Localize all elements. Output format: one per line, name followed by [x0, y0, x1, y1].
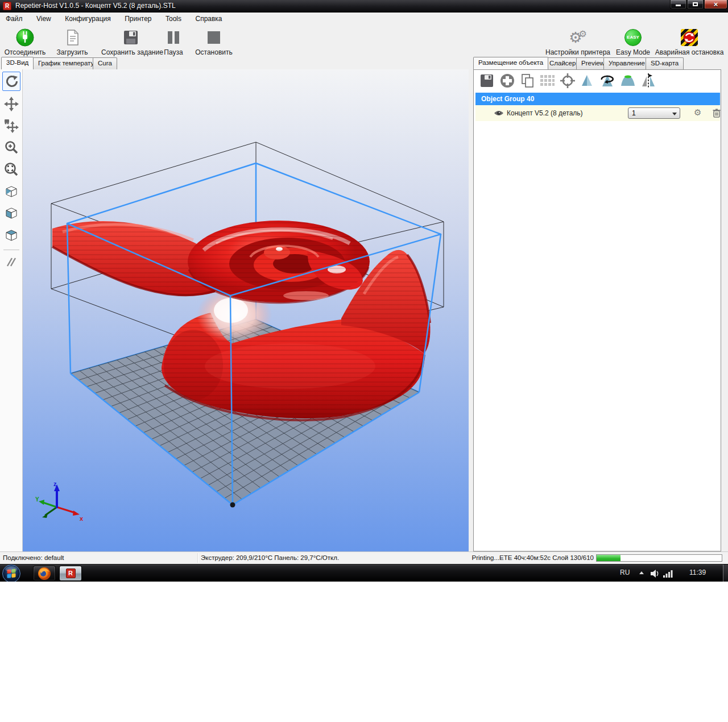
menu-config[interactable]: Конфигурация	[59, 13, 117, 25]
zoom-button[interactable]	[2, 138, 20, 157]
menu-printer[interactable]: Принтер	[119, 13, 157, 25]
add-object-button[interactable]	[499, 72, 516, 89]
main-toolbar: Отсоединить Загрузить	[0, 26, 728, 57]
temperature-status: Экструдер: 209,9/210°C Панель: 29,7°C/От…	[201, 554, 339, 561]
object-group-header[interactable]: Object Group 40	[475, 93, 720, 105]
emergency-stop-icon	[681, 29, 698, 46]
print-progress-fill	[597, 555, 621, 561]
tray-expand-icon[interactable]	[639, 571, 644, 574]
taskbar-firefox-button[interactable]	[33, 566, 56, 581]
save-stl-button[interactable]	[478, 72, 495, 89]
move-viewpoint-icon	[4, 118, 19, 133]
move-object-button[interactable]	[2, 94, 20, 114]
language-indicator[interactable]: RU	[620, 569, 630, 576]
start-button[interactable]	[2, 564, 21, 582]
close-button[interactable]: ×	[704, 0, 727, 9]
save-icon	[479, 73, 494, 88]
tab-cura[interactable]: Cura	[93, 57, 117, 69]
autoposition-icon	[539, 73, 555, 89]
copy-object-button[interactable]	[519, 72, 536, 89]
windows-start-icon	[2, 564, 21, 582]
axis-x-label: x	[80, 515, 84, 522]
document-icon	[54, 27, 90, 48]
toolbar-separator	[3, 250, 19, 250]
rotate-object-icon	[599, 73, 616, 89]
menu-help[interactable]: Справка	[189, 13, 228, 25]
maximize-icon	[693, 2, 698, 6]
save-job-button[interactable]: Сохранить задание	[101, 27, 160, 56]
autoposition-button[interactable]	[539, 72, 556, 89]
visibility-eye-icon[interactable]	[494, 110, 504, 117]
mirror-object-icon	[640, 73, 656, 89]
gear-icon: ⚙⚙	[542, 27, 614, 48]
connection-status: Подключено: default	[3, 554, 64, 561]
easy-mode-icon: EASY	[624, 29, 642, 46]
disconnect-button[interactable]: Отсоединить	[2, 27, 48, 56]
stop-button[interactable]: Остановить	[192, 27, 235, 56]
menu-file[interactable]: Файл	[0, 13, 28, 25]
menu-bar: Файл View Конфигурация Принтер Tools Спр…	[0, 13, 728, 26]
move-object-icon	[4, 97, 19, 111]
delete-trash-icon[interactable]	[713, 109, 721, 118]
status-separator	[197, 553, 198, 563]
taskbar-repetier-button[interactable]: R	[59, 566, 82, 581]
menu-view[interactable]: View	[31, 13, 57, 25]
front-view-button[interactable]	[2, 204, 20, 223]
minimize-icon	[676, 5, 681, 6]
move-viewpoint-button[interactable]	[2, 116, 20, 135]
chevron-down-icon	[672, 113, 677, 115]
print-status: Printing...ETE 40ч:40м:52с Слой 130/610	[472, 554, 594, 561]
mirror-object-button[interactable]	[640, 72, 657, 89]
view-toolbar	[0, 69, 23, 551]
tab-control[interactable]: Управление	[603, 57, 650, 69]
axis-y-label: Y	[35, 496, 39, 503]
center-object-icon	[560, 73, 576, 89]
object-settings-gear-icon[interactable]: ⚙	[694, 107, 701, 118]
firefox-icon	[38, 567, 51, 580]
parallel-projection-icon	[4, 255, 19, 269]
tab-slicer[interactable]: Слайсер	[544, 57, 581, 69]
lay-flat-button[interactable]	[619, 72, 636, 89]
load-button[interactable]: Загрузить	[54, 27, 90, 56]
scale-object-button[interactable]	[578, 72, 595, 89]
repetier-taskbar-icon: R	[66, 569, 76, 578]
clock[interactable]: 11:39	[689, 569, 706, 576]
network-signal-icon[interactable]	[663, 569, 675, 578]
tab-3d-view[interactable]: 3D-Вид	[1, 57, 34, 69]
show-desktop-button[interactable]	[723, 565, 728, 582]
parallel-projection-button[interactable]	[2, 252, 20, 272]
copy-object-icon	[520, 73, 535, 88]
origin-marker	[230, 503, 235, 508]
pause-button[interactable]: Пауза	[162, 27, 185, 56]
object-row[interactable]: Концепт V5.2 (8 деталь) 1 ⚙	[475, 105, 720, 121]
floppy-icon	[101, 27, 160, 48]
tab-sd-card[interactable]: SD-карта	[646, 57, 684, 69]
printer-settings-button[interactable]: ⚙⚙ Настройки принтера	[542, 27, 614, 56]
scale-object-icon	[580, 73, 594, 88]
object-name: Концепт V5.2 (8 деталь)	[507, 109, 583, 117]
isometric-view-button[interactable]	[2, 182, 20, 201]
rotate-object-button[interactable]	[599, 72, 616, 89]
center-object-button[interactable]	[559, 72, 576, 89]
window-title: Repetier-Host V1.0.5 - Концепт V5.2 (8 д…	[15, 2, 176, 10]
copies-dropdown[interactable]: 1	[628, 107, 680, 119]
minimize-button[interactable]	[670, 0, 686, 9]
volume-icon[interactable]	[650, 569, 660, 578]
menu-tools[interactable]: Tools	[160, 13, 187, 25]
top-view-button[interactable]	[2, 226, 20, 245]
axis-z-label: z	[53, 480, 57, 487]
title-bar: R Repetier-Host V1.0.5 - Концепт V5.2 (8…	[0, 0, 728, 13]
pause-icon	[162, 27, 185, 48]
maximize-button[interactable]	[687, 0, 704, 9]
desktop-screen: R Repetier-Host V1.0.5 - Концепт V5.2 (8…	[0, 0, 728, 582]
emergency-stop-button[interactable]: Аварийная остановка	[653, 27, 726, 56]
tab-row: 3D-Вид График температур Cura Размещение…	[0, 57, 728, 69]
tab-object-placement[interactable]: Размещение объекта	[473, 57, 548, 69]
fit-view-button[interactable]	[2, 160, 20, 179]
panel-splitter[interactable]	[469, 69, 473, 551]
close-icon: ×	[705, 0, 727, 9]
viewport-3d[interactable]: z Y x	[23, 69, 469, 551]
zoom-icon	[4, 140, 19, 155]
rotate-view-button[interactable]	[2, 72, 20, 91]
easy-mode-button[interactable]: EASY Easy Mode	[615, 27, 651, 56]
